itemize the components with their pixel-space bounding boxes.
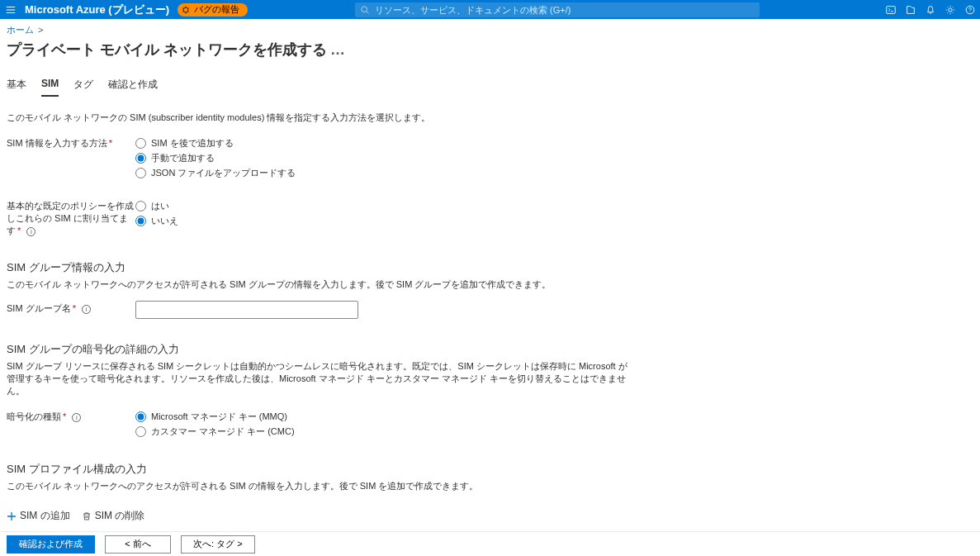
info-icon[interactable]: i	[82, 305, 91, 314]
group-section-desc: このモバイル ネットワークへのアクセスが許可される SIM グループの情報を入力…	[7, 278, 634, 291]
page-title: プライベート モバイル ネットワークを作成する…	[0, 38, 980, 64]
next-button[interactable]: 次へ: タグ >	[181, 535, 255, 554]
search-icon	[360, 5, 370, 15]
encryption-section-desc: SIM グループ リソースに保存される SIM シークレットは自動的かつシームレ…	[7, 360, 634, 397]
cloud-shell-icon[interactable]	[881, 0, 901, 19]
group-name-label: SIM グループ名* i	[7, 301, 135, 315]
directory-icon[interactable]	[901, 0, 921, 19]
search-box[interactable]	[355, 2, 760, 17]
plus-icon	[7, 511, 17, 521]
info-icon[interactable]: i	[26, 227, 36, 236]
policy-label: 基本的な既定のポリシーを作成しこれらの SIM に割り当てます* i	[7, 198, 135, 237]
policy-yes[interactable]: はい	[135, 198, 720, 213]
info-icon[interactable]: i	[72, 413, 81, 422]
hamburger-icon[interactable]	[3, 2, 18, 17]
content-area: このモバイル ネットワークの SIM (subscriber identity …	[0, 97, 727, 556]
policy-no[interactable]: いいえ	[135, 213, 720, 228]
svg-point-1	[362, 6, 367, 12]
sim-method-json[interactable]: JSON ファイルをアップロードする	[135, 165, 720, 180]
breadcrumb: ホーム >	[0, 19, 980, 38]
tab-tags[interactable]: タグ	[73, 78, 93, 97]
breadcrumb-home[interactable]: ホーム	[7, 25, 34, 35]
notifications-icon[interactable]	[921, 0, 940, 19]
tab-sim[interactable]: SIM	[41, 78, 59, 97]
sim-method-row: SIM 情報を入力する方法* SIM を後で追加する 手動で追加する JSON …	[7, 135, 720, 180]
add-sim-button[interactable]: SIM の追加	[7, 509, 70, 523]
bug-icon	[181, 5, 191, 15]
tabs: 基本 SIM タグ 確認と作成	[0, 64, 980, 97]
encryption-type-label: 暗号化の種類* i	[7, 409, 135, 423]
top-bar: Microsoft Azure (プレビュー) バグの報告	[0, 0, 980, 19]
sim-method-later[interactable]: SIM を後で追加する	[135, 135, 720, 150]
group-section-title: SIM グループ情報の入力	[7, 260, 720, 275]
page-title-text: プライベート モバイル ネットワークを作成する	[7, 41, 327, 58]
tab-review[interactable]: 確認と作成	[108, 78, 158, 97]
svg-point-3	[949, 7, 952, 11]
title-ellipsis: …	[330, 41, 345, 58]
top-icon-bar	[881, 0, 980, 19]
prev-button[interactable]: < 前へ	[105, 535, 171, 554]
delete-sim-button[interactable]: SIM の削除	[82, 509, 145, 523]
svg-rect-2	[887, 6, 896, 13]
trash-icon	[82, 511, 92, 521]
breadcrumb-sep: >	[38, 25, 43, 35]
help-icon[interactable]	[960, 0, 980, 19]
encryption-mmq[interactable]: Microsoft マネージド キー (MMQ)	[135, 409, 720, 424]
search-input[interactable]	[375, 5, 755, 15]
bug-report-button[interactable]: バグの報告	[178, 3, 248, 17]
sim-method-label: SIM 情報を入力する方法*	[7, 135, 135, 150]
settings-icon[interactable]	[940, 0, 960, 19]
sim-intro-text: このモバイル ネットワークの SIM (subscriber identity …	[7, 112, 720, 124]
svg-point-0	[183, 7, 188, 12]
sim-method-manual[interactable]: 手動で追加する	[135, 150, 720, 165]
tab-basic[interactable]: 基本	[7, 78, 26, 97]
policy-row: 基本的な既定のポリシーを作成しこれらの SIM に割り当てます* i はい いい…	[7, 198, 720, 237]
encryption-section-title: SIM グループの暗号化の詳細の入力	[7, 342, 720, 357]
group-name-input[interactable]	[135, 301, 358, 319]
profile-section-desc: このモバイル ネットワークへのアクセスが許可される SIM の情報を入力します。…	[7, 480, 634, 492]
group-name-row: SIM グループ名* i	[7, 301, 720, 319]
review-create-button[interactable]: 確認および作成	[7, 535, 95, 554]
encryption-cmc[interactable]: カスタマー マネージド キー (CMC)	[135, 424, 720, 439]
brand-label: Microsoft Azure (プレビュー)	[25, 2, 169, 17]
footer-bar: 確認および作成 < 前へ 次へ: タグ >	[0, 531, 980, 556]
profile-section-title: SIM プロファイル構成の入力	[7, 462, 720, 477]
encryption-type-row: 暗号化の種類* i Microsoft マネージド キー (MMQ) カスタマー…	[7, 409, 720, 439]
sim-toolbar: SIM の追加 SIM の削除	[7, 509, 720, 523]
bug-report-label: バグの報告	[194, 3, 239, 16]
